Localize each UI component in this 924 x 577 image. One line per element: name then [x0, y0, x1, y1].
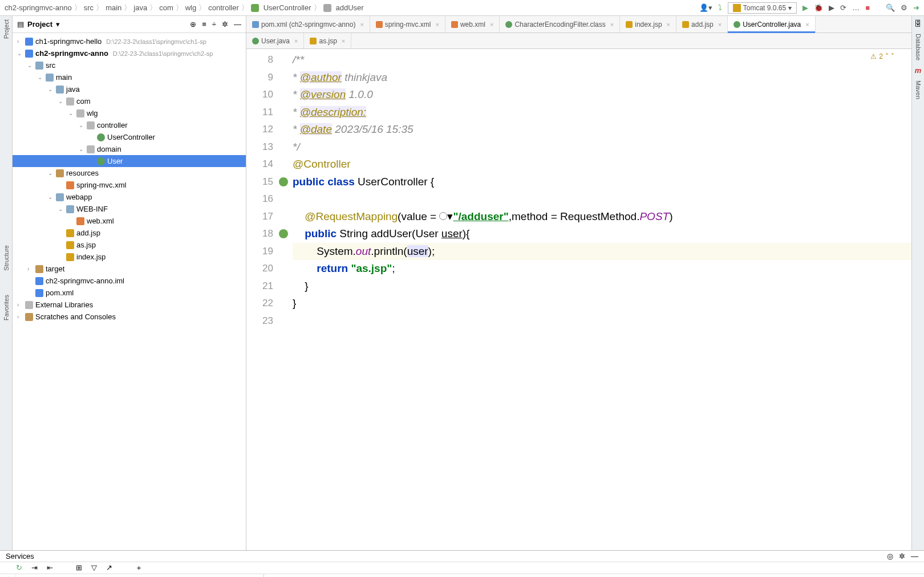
debug-icon[interactable]: 🐞	[814, 3, 823, 12]
bc-item[interactable]: addUser	[336, 3, 364, 12]
tree-node[interactable]: ⌄WEB-INF	[13, 203, 246, 215]
sv-open-icon[interactable]: ↗	[106, 563, 112, 572]
coverage-icon[interactable]: ▶	[829, 3, 834, 12]
collapse-icon[interactable]: ÷	[212, 20, 216, 29]
class-icon	[251, 4, 259, 12]
tree-node[interactable]: ⌄webapp	[13, 191, 246, 203]
tree-node[interactable]: spring-mvc.xml	[13, 179, 246, 191]
tree-node[interactable]: User	[13, 155, 246, 167]
editor-tabs-row2: User.java×as.jsp×	[246, 33, 911, 49]
expand-icon[interactable]: ≡	[202, 20, 206, 29]
attach-icon[interactable]: …	[852, 3, 860, 12]
settings-icon[interactable]: ⚙	[901, 3, 907, 12]
run-icon[interactable]: ▶	[803, 3, 808, 12]
tree-node[interactable]: ⌄resources	[13, 167, 246, 179]
database-icon[interactable]: 🗄	[914, 19, 922, 28]
right-tool-stripe: 🗄 Database m Maven	[911, 16, 924, 550]
tree-node[interactable]: ⌄main	[13, 71, 246, 83]
select-opened-icon[interactable]: ⊕	[190, 20, 196, 29]
bc-item[interactable]: UserController	[264, 3, 311, 12]
search-icon[interactable]: 🔍	[886, 3, 895, 12]
editor-tab[interactable]: web.xml×	[445, 16, 500, 32]
sv-rerun-icon[interactable]: ↻	[16, 563, 22, 572]
user-icon[interactable]: 👤▾	[699, 3, 712, 12]
editor-tab[interactable]: UserController.java×	[728, 16, 815, 32]
server-tab[interactable]: Server	[269, 575, 302, 578]
hide-icon[interactable]: —	[234, 20, 241, 29]
globe-icon[interactable]	[439, 212, 447, 220]
services-title: Services	[6, 552, 34, 560]
services-tool-window: Services ◎ ✲ — ↻ ⇥ ⇤ ⊞ ▽ ↗ ＋ 🐞 ■ ⟲ 🔧 ⤴ ⟳…	[0, 550, 924, 577]
services-left-toolbar: 🐞 ■ ⟲ 🔧 ⤴ ⟳	[0, 574, 16, 577]
project-view-icon: ▤	[17, 20, 24, 29]
editor-tab[interactable]: spring-mvc.xml×	[370, 16, 445, 32]
settings-icon[interactable]: ✲	[222, 20, 228, 29]
editor-tab[interactable]: User.java×	[246, 33, 304, 48]
profile-icon[interactable]: ⟳	[840, 3, 846, 12]
navigation-bar: ch2-springmvc-anno〉 src〉 main〉 java〉 com…	[0, 0, 924, 16]
icon-gutter	[278, 49, 289, 550]
tree-node[interactable]: ›Scratches and Consoles	[13, 311, 246, 323]
sv-hide-icon[interactable]: —	[911, 552, 918, 560]
gutter-run-icon[interactable]	[279, 177, 288, 186]
tree-node[interactable]: ⌄domain	[13, 143, 246, 155]
project-toolwindow-button[interactable]: Project	[3, 19, 10, 39]
sv-group-icon[interactable]: ⊞	[76, 563, 82, 572]
editor-tab[interactable]: add.jsp×	[676, 16, 728, 32]
code-editor[interactable]: /** * @author thinkjava * @version 1.0.0…	[289, 49, 911, 550]
stop-icon[interactable]: ■	[865, 3, 870, 12]
tree-node[interactable]: UserController	[13, 131, 246, 143]
left-stripe-lower: Structure Favorites	[0, 245, 13, 320]
favorites-button[interactable]: Favorites	[3, 295, 10, 320]
tree-node[interactable]: ⌄ch2-springmvc-annoD:\22-23-2\class1\spr…	[13, 47, 246, 59]
tree-node[interactable]: ch2-springmvc-anno.iml	[13, 275, 246, 287]
maven-icon[interactable]: m	[915, 66, 922, 75]
tree-node[interactable]: ⌄src	[13, 59, 246, 71]
tree-node[interactable]: add.jsp	[13, 227, 246, 239]
services-tree[interactable]: ⌄Tomcat Server⌄▶Running⌄Tomcat 9.0.65 [l…	[16, 574, 264, 577]
run-config-selector[interactable]: Tomcat 9.0.65▾	[728, 2, 797, 14]
sv-expand-icon[interactable]: ⇥	[31, 563, 38, 572]
editor-tab[interactable]: as.jsp×	[304, 33, 351, 48]
editor-tab[interactable]: pom.xml (ch2-springmvc-anno)×	[246, 16, 370, 32]
bc-item[interactable]: wlg	[185, 3, 197, 12]
build-icon[interactable]: ⤵	[718, 3, 722, 12]
bc-item[interactable]: com	[159, 3, 173, 12]
tree-node[interactable]: ›External Libraries	[13, 299, 246, 311]
tree-node[interactable]: as.jsp	[13, 239, 246, 251]
method-icon	[323, 4, 331, 12]
tree-node[interactable]: ⌄java	[13, 83, 246, 95]
editor-tab[interactable]: CharacterEncodingFilter.class×	[500, 16, 620, 32]
tree-node[interactable]: index.jsp	[13, 251, 246, 263]
database-toolwindow-button[interactable]: Database	[915, 34, 922, 60]
tree-node[interactable]: ›target	[13, 263, 246, 275]
tree-node[interactable]: web.xml	[13, 215, 246, 227]
sv-filter-icon[interactable]: ▽	[91, 563, 97, 572]
project-title[interactable]: Project	[27, 20, 52, 29]
gutter-run-icon[interactable]	[279, 229, 288, 238]
project-tool-window: ▤ Project▾ ⊕ ≡ ÷ ✲ — ›ch1-springmvc-hell…	[13, 16, 246, 550]
tree-node[interactable]: ›ch1-springmvc-helloD:\22-23-2\class1\sp…	[13, 35, 246, 47]
update-icon[interactable]: ➜	[913, 3, 919, 12]
bc-item[interactable]: main	[106, 3, 121, 12]
maven-toolwindow-button[interactable]: Maven	[915, 80, 922, 99]
sv-add-icon[interactable]: ＋	[135, 563, 143, 573]
tree-node[interactable]: ⌄com	[13, 95, 246, 107]
project-tree[interactable]: ›ch1-springmvc-helloD:\22-23-2\class1\sp…	[13, 33, 246, 550]
bc-item[interactable]: ch2-springmvc-anno	[5, 3, 72, 12]
services-output-tabs: Server ▶Tomcat Localhost Log× ▶Tomcat Ca…	[264, 574, 924, 577]
editor-tab[interactable]: index.jsp×	[620, 16, 676, 32]
sv-settings-icon[interactable]: ✲	[899, 552, 905, 560]
bc-item[interactable]: java	[133, 3, 147, 12]
tree-node[interactable]: ⌄controller	[13, 119, 246, 131]
structure-button[interactable]: Structure	[3, 245, 10, 271]
sv-locate-icon[interactable]: ◎	[887, 552, 893, 560]
bc-item[interactable]: src	[84, 3, 94, 12]
tree-node[interactable]: pom.xml	[13, 287, 246, 299]
bc-item[interactable]: controller	[208, 3, 238, 12]
editor-area: pom.xml (ch2-springmvc-anno)×spring-mvc.…	[246, 16, 911, 550]
sv-collapse-icon[interactable]: ⇤	[47, 563, 53, 572]
tomcat-icon	[733, 4, 741, 12]
tree-node[interactable]: ⌄wlg	[13, 107, 246, 119]
editor-tabs-row1: pom.xml (ch2-springmvc-anno)×spring-mvc.…	[246, 16, 911, 33]
